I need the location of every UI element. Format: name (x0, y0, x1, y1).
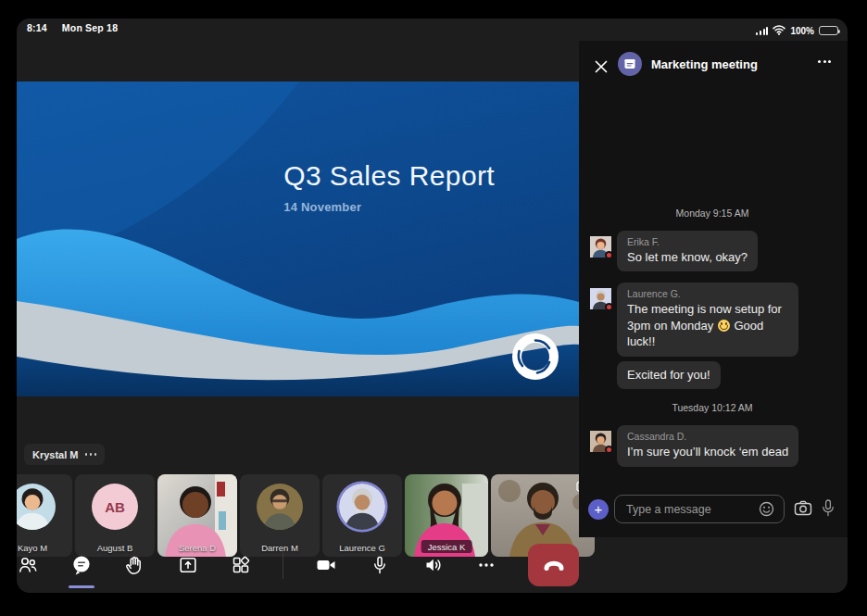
avatar-laurence (590, 288, 611, 309)
battery-percent: 100% (790, 26, 814, 36)
clock: 8:14 (27, 22, 47, 33)
presence-busy-indicator (605, 446, 613, 454)
avatar-speaking (339, 484, 385, 530)
more-icon[interactable] (85, 453, 97, 456)
shared-slide: Q3 Sales Report 14 November (17, 82, 579, 396)
cellular-signal-icon (756, 26, 768, 35)
more-icon[interactable] (818, 60, 831, 63)
message-sender: Erika F. (627, 236, 748, 247)
meeting-chat-panel: Marketing meeting Monday 9:15 AM (579, 41, 848, 537)
chat-messages-list[interactable]: Monday 9:15 AM Erika F. So let me know, … (579, 85, 848, 482)
more-options-button[interactable] (475, 547, 497, 583)
battery-icon (819, 26, 838, 35)
chat-message: Erika F. So let me know, okay? (590, 231, 835, 272)
people-button[interactable] (17, 547, 39, 583)
speaker-button[interactable] (422, 547, 445, 583)
slide-subtitle: 14 November (283, 200, 495, 214)
close-icon[interactable] (593, 58, 609, 75)
presence-busy-indicator (605, 303, 613, 311)
status-bar: 8:14 Mon Sep 18 100% (17, 19, 848, 41)
hang-up-button[interactable] (528, 544, 579, 586)
add-icon[interactable]: + (588, 499, 609, 520)
avatar-initials: AB (92, 484, 138, 530)
presenter-pill[interactable]: Krystal M (24, 444, 105, 465)
camera-button[interactable] (314, 547, 338, 583)
smiling-face-emoji (718, 320, 730, 332)
presentation-stage: Q3 Sales Report 14 November Krystal M (17, 41, 579, 593)
message-sender: Cassandra D. (627, 431, 788, 442)
teams-meeting-screen: 8:14 Mon Sep 18 100% (17, 19, 848, 593)
toolbar-divider (283, 551, 283, 579)
active-tab-indicator (69, 585, 94, 588)
tablet-device-frame: 8:14 Mon Sep 18 100% (0, 0, 867, 616)
hang-up-icon (542, 558, 566, 572)
chat-title: Marketing meeting (651, 57, 758, 71)
avatar (17, 484, 56, 530)
presence-busy-indicator (605, 251, 613, 259)
slide-title: Q3 Sales Report (283, 160, 495, 192)
apps-button[interactable] (230, 547, 252, 583)
chat-button-active[interactable] (69, 547, 92, 583)
presenter-name: Krystal M (32, 449, 79, 460)
chat-message: Cassandra D. I’m sure you’ll knock ‘em d… (590, 425, 835, 467)
raise-hand-button[interactable] (123, 547, 145, 583)
day-timestamp: Monday 9:15 AM (590, 207, 835, 219)
avatar-erika (590, 236, 611, 258)
share-screen-button[interactable] (176, 547, 198, 583)
microphone-icon[interactable] (822, 499, 835, 521)
call-controls-toolbar (17, 537, 579, 593)
compose-bar: + (579, 495, 848, 524)
teams-meeting-icon (618, 52, 642, 76)
microphone-button[interactable] (369, 547, 391, 583)
chat-message: Laurence G. The meeting is now setup for… (590, 283, 835, 389)
message-text: I’m sure you’ll knock ‘em dead (627, 444, 788, 460)
message-text: The meeting is now setup for 3pm on Mond… (627, 301, 788, 350)
camera-icon[interactable] (794, 500, 812, 520)
avatar (257, 484, 303, 530)
message-text: Excited for you! (627, 367, 710, 383)
chat-header: Marketing meeting (579, 48, 848, 85)
date: Mon Sep 18 (62, 22, 118, 33)
message-text: So let me know, okay? (627, 249, 748, 266)
wifi-icon (773, 22, 785, 39)
avatar-cassandra (590, 431, 611, 452)
message-sender: Laurence G. (627, 288, 788, 299)
day-timestamp: Tuesday 10:12 AM (590, 402, 835, 413)
emoji-icon[interactable] (759, 501, 774, 521)
